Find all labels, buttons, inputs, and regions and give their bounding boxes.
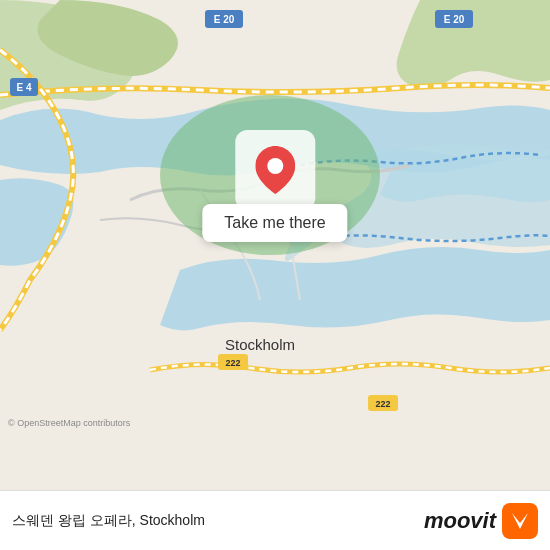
moovit-icon-svg — [508, 509, 532, 533]
svg-point-13 — [267, 158, 283, 174]
svg-text:222: 222 — [375, 399, 390, 409]
moovit-logo: moovit — [424, 503, 538, 539]
svg-text:222: 222 — [225, 358, 240, 368]
bottom-bar: 스웨덴 왕립 오페라, Stockholm moovit — [0, 490, 550, 550]
map-svg: E 20 E 20 E 4 222 222 Stockholm — [0, 0, 550, 490]
svg-text:Stockholm: Stockholm — [225, 336, 295, 353]
svg-text:E 20: E 20 — [444, 14, 465, 25]
svg-text:E 20: E 20 — [214, 14, 235, 25]
take-me-there-area: Take me there — [202, 130, 347, 242]
moovit-icon — [502, 503, 538, 539]
map-container: E 20 E 20 E 4 222 222 Stockholm Take me … — [0, 0, 550, 490]
location-pin — [235, 130, 315, 210]
location-city-text: Stockholm — [140, 512, 205, 528]
location-text: 스웨덴 왕립 오페라, Stockholm — [12, 511, 205, 530]
moovit-logo-text: moovit — [424, 508, 496, 534]
pin-icon — [255, 146, 295, 194]
location-name-text: 스웨덴 왕립 오페라, — [12, 512, 136, 528]
take-me-there-button[interactable]: Take me there — [202, 204, 347, 242]
location-name: 스웨덴 왕립 오페라, Stockholm — [12, 512, 205, 528]
map-attribution: © OpenStreetMap contributors — [8, 418, 130, 428]
svg-text:E 4: E 4 — [16, 82, 31, 93]
